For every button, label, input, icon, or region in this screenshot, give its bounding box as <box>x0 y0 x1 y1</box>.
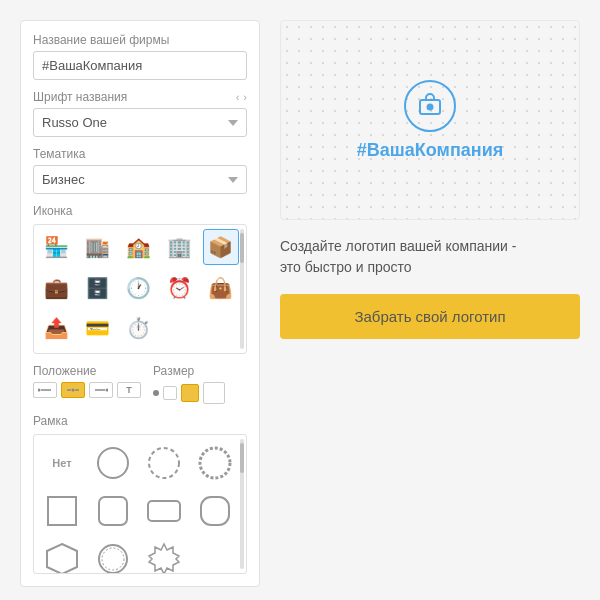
company-name-label: Название вашей фирмы <box>33 33 247 47</box>
icon-grid: 🏪 🏬 🏫 🏢 📦 💼 🗄️ 🕐 ⏰ 👜 📤 💳 ⏱️ <box>34 225 246 353</box>
frame-label: Рамка <box>33 414 247 428</box>
font-next-btn[interactable]: › <box>243 91 247 103</box>
icon-grid-wrapper: 🏪 🏬 🏫 🏢 📦 💼 🗄️ 🕐 ⏰ 👜 📤 💳 ⏱️ <box>33 224 247 354</box>
main-container: Название вашей фирмы Шрифт названия ‹ › … <box>20 20 580 587</box>
promo-text: Создайте логотип вашей компании -это быс… <box>280 236 580 278</box>
frame-scrollbar-thumb[interactable] <box>240 443 244 473</box>
scrollbar-track <box>240 229 244 349</box>
preview-company-name: #ВашаКомпания <box>357 140 503 161</box>
frame-wide-rounded[interactable] <box>142 489 186 533</box>
preview-icon <box>404 80 456 132</box>
icon-box[interactable]: 📦 <box>203 229 239 265</box>
size-medium-btn[interactable] <box>181 384 199 402</box>
pos-center-btn[interactable] <box>61 382 85 398</box>
frame-square[interactable] <box>40 489 84 533</box>
svg-point-9 <box>200 448 230 478</box>
svg-rect-13 <box>201 497 229 525</box>
icon-stopwatch[interactable]: ⏱️ <box>120 310 156 346</box>
pos-left-btn[interactable] <box>33 382 57 398</box>
scrollbar-thumb[interactable] <box>240 233 244 263</box>
cta-button[interactable]: Забрать свой логотип <box>280 294 580 339</box>
position-options: T <box>33 382 141 398</box>
svg-point-16 <box>102 548 124 570</box>
svg-point-15 <box>99 545 127 573</box>
icon-label: Иконка <box>33 204 247 218</box>
icon-office[interactable]: 🏢 <box>162 229 198 265</box>
position-size-row: Положение T Размер <box>33 364 247 404</box>
frame-circle-thick[interactable] <box>193 441 237 485</box>
theme-select[interactable]: Бизнес Магазин Кафе Технологии <box>33 165 247 194</box>
icon-clock1[interactable]: 🕐 <box>120 270 156 306</box>
size-small-btn[interactable] <box>163 386 177 400</box>
size-group: Размер <box>153 364 247 404</box>
frame-grid-wrapper: Нет <box>33 434 247 574</box>
svg-point-6 <box>106 389 109 392</box>
frame-circle[interactable] <box>91 441 135 485</box>
preview-box: #ВашаКомпания <box>280 20 580 220</box>
frame-gear[interactable] <box>142 537 186 573</box>
icon-store1[interactable]: 🏪 <box>38 229 74 265</box>
pos-right-btn[interactable] <box>89 382 113 398</box>
font-prev-btn[interactable]: ‹ <box>236 91 240 103</box>
svg-rect-11 <box>99 497 127 525</box>
right-panel: #ВашаКомпания Создайте логотип вашей ком… <box>280 20 580 587</box>
svg-rect-10 <box>48 497 76 525</box>
frame-scrollbar-track <box>240 439 244 569</box>
svg-marker-14 <box>47 544 77 573</box>
frame-hexagon[interactable] <box>40 537 84 573</box>
svg-point-18 <box>428 104 433 109</box>
svg-point-8 <box>149 448 179 478</box>
theme-label: Тематика <box>33 147 247 161</box>
icon-briefcase[interactable]: 💼 <box>38 270 74 306</box>
pos-top-btn[interactable]: T <box>117 382 141 398</box>
icon-cabinet[interactable]: 🗄️ <box>79 270 115 306</box>
icon-store2[interactable]: 🏬 <box>79 229 115 265</box>
frame-rounded-rect[interactable] <box>91 489 135 533</box>
position-label: Положение <box>33 364 141 378</box>
size-large-btn[interactable] <box>203 382 225 404</box>
size-options <box>153 382 247 404</box>
frame-none[interactable]: Нет <box>40 441 84 485</box>
size-dot-small <box>153 390 159 396</box>
size-label: Размер <box>153 364 247 378</box>
svg-point-7 <box>98 448 128 478</box>
font-select[interactable]: Russo One <box>33 108 247 137</box>
company-name-input[interactable] <box>33 51 247 80</box>
svg-point-0 <box>38 389 41 392</box>
icon-card[interactable]: 💳 <box>79 310 115 346</box>
icon-store3[interactable]: 🏫 <box>120 229 156 265</box>
left-panel: Название вашей фирмы Шрифт названия ‹ › … <box>20 20 260 587</box>
frame-none-label: Нет <box>52 457 71 469</box>
icon-outbox[interactable]: 📤 <box>38 310 74 346</box>
svg-point-3 <box>72 389 75 392</box>
icon-bag[interactable]: 👜 <box>203 270 239 306</box>
frame-flower[interactable] <box>91 537 135 573</box>
frame-grid: Нет <box>34 435 246 573</box>
position-group: Положение T <box>33 364 141 404</box>
frame-badge[interactable] <box>193 489 237 533</box>
font-label: Шрифт названия <box>33 90 127 104</box>
font-nav: ‹ › <box>236 91 247 103</box>
svg-rect-12 <box>148 501 180 521</box>
icon-clock2[interactable]: ⏰ <box>162 270 198 306</box>
frame-circle-dashed[interactable] <box>142 441 186 485</box>
